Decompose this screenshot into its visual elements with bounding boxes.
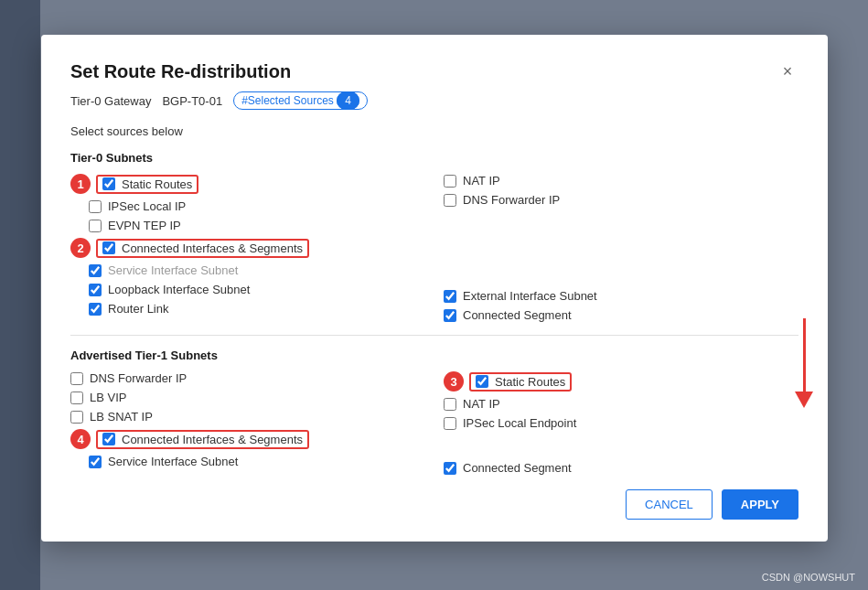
evpn-tep-ip-label[interactable]: EVPN TEP IP <box>108 219 181 232</box>
service-interface-subnet-t1-checkbox[interactable] <box>89 456 102 468</box>
nat-ip-t1-checkbox[interactable] <box>444 398 456 411</box>
ipsec-local-endpoint-row: IPSec Local Endpoint <box>444 416 798 430</box>
lb-vip-checkbox[interactable] <box>70 392 83 404</box>
evpn-tep-ip-checkbox[interactable] <box>89 220 102 232</box>
router-link-checkbox[interactable] <box>89 303 102 316</box>
nat-ip-t1-label[interactable]: NAT IP <box>463 397 500 411</box>
nat-ip-t1-row: NAT IP <box>444 397 798 411</box>
connected-segment-t0-label[interactable]: Connected Segment <box>463 308 572 322</box>
dns-forwarder-ip-t0-checkbox[interactable] <box>444 194 456 207</box>
connected-segment-t1-row: Connected Segment <box>444 461 798 475</box>
tier1-right-col: 3 Static Routes NAT IP IPSec Local Endpo… <box>444 371 798 475</box>
spacer3 <box>444 263 798 284</box>
tier0-grid: 1 Static Routes IPSec Local IP EVPN TEP … <box>70 174 798 322</box>
static-routes-t1-checkbox[interactable] <box>476 375 488 388</box>
static-routes-t1-row: 3 Static Routes <box>444 371 798 392</box>
external-interface-subnet-label[interactable]: External Interface Subnet <box>463 289 597 303</box>
connected-interfaces-t0-checkbox[interactable] <box>102 241 115 254</box>
dns-forwarder-ip-t1-row: DNS Forwarder IP <box>70 371 425 385</box>
connected-interfaces-t1-label[interactable]: Connected Interfaces & Segments <box>122 433 303 446</box>
arrow-line <box>803 318 806 392</box>
router-link-label[interactable]: Router Link <box>108 302 168 316</box>
tier0-subnets-section: Tier-0 Subnets 1 Static Routes IPSec Loc… <box>70 151 798 322</box>
ipsec-local-endpoint-checkbox[interactable] <box>444 417 456 430</box>
close-button[interactable]: × <box>777 60 798 82</box>
connected-segment-t1-label[interactable]: Connected Segment <box>463 461 572 475</box>
connected-segment-t1-checkbox[interactable] <box>444 462 456 475</box>
watermark: CSDN @NOWSHUT <box>762 572 855 583</box>
modal-title: Set Route Re-distribution <box>70 61 291 82</box>
connected-interfaces-t0-label[interactable]: Connected Interfaces & Segments <box>122 241 303 255</box>
ipsec-local-ip-label[interactable]: IPSec Local IP <box>108 199 186 213</box>
tier1-left-col: DNS Forwarder IP LB VIP LB SNAT IP 4 Con… <box>70 371 425 475</box>
connected-interfaces-t1-checkbox[interactable] <box>102 433 115 445</box>
connected-interfaces-t1-row: 4 Connected Interfaces & Segments <box>70 429 425 449</box>
connected-interfaces-t0-row: 2 Connected Interfaces & Segments <box>70 238 425 258</box>
modal-header: Set Route Re-distribution × <box>70 60 798 82</box>
annotation-2: 2 <box>70 238 91 258</box>
nat-ip-t0-label[interactable]: NAT IP <box>463 174 500 188</box>
service-interface-subnet-t0-row: Service Interface Subnet <box>70 263 425 277</box>
red-arrow-annotation <box>795 318 813 408</box>
connected-segment-t0-checkbox[interactable] <box>444 309 456 322</box>
static-routes-t0-row: 1 Static Routes <box>70 174 425 194</box>
annotation-3: 3 <box>444 371 464 392</box>
connected-interfaces-t1-box: Connected Interfaces & Segments <box>96 430 309 449</box>
dns-forwarder-ip-t1-checkbox[interactable] <box>70 372 83 385</box>
static-routes-t0-box: Static Routes <box>96 175 198 194</box>
lb-vip-label[interactable]: LB VIP <box>90 391 126 404</box>
modal-footer: CANCEL APPLY <box>70 489 798 520</box>
tier0-right-col: NAT IP DNS Forwarder IP External Interfa… <box>444 174 798 322</box>
annotation-4: 4 <box>70 429 91 449</box>
spacer1 <box>444 212 798 232</box>
dns-forwarder-ip-t1-label[interactable]: DNS Forwarder IP <box>90 371 187 385</box>
connected-segment-t0-row: Connected Segment <box>444 308 798 322</box>
service-interface-subnet-t1-label[interactable]: Service Interface Subnet <box>108 455 238 468</box>
annotation-1: 1 <box>70 174 91 194</box>
loopback-interface-subnet-label[interactable]: Loopback Interface Subnet <box>108 283 250 296</box>
section-divider <box>70 335 798 336</box>
modal-dialog: Set Route Re-distribution × Tier-0 Gatew… <box>41 35 828 542</box>
tier0-section-title: Tier-0 Subnets <box>70 151 798 165</box>
badge-count: 4 <box>337 91 359 110</box>
lb-snat-ip-label[interactable]: LB SNAT IP <box>90 410 153 424</box>
external-interface-subnet-row: External Interface Subnet <box>444 289 798 303</box>
tier0-left-col: 1 Static Routes IPSec Local IP EVPN TEP … <box>70 174 425 322</box>
ipsec-local-ip-row: IPSec Local IP <box>70 199 425 213</box>
apply-button[interactable]: APPLY <box>722 489 798 520</box>
nat-ip-t0-row: NAT IP <box>444 174 798 188</box>
external-interface-subnet-checkbox[interactable] <box>444 290 456 303</box>
connected-interfaces-t0-box: Connected Interfaces & Segments <box>96 239 309 258</box>
select-sources-label: Select sources below <box>70 124 798 138</box>
tier1-grid: DNS Forwarder IP LB VIP LB SNAT IP 4 Con… <box>70 371 798 475</box>
lb-snat-ip-checkbox[interactable] <box>70 411 83 424</box>
selected-sources-badge[interactable]: #Selected Sources 4 <box>233 91 368 110</box>
ipsec-local-endpoint-label[interactable]: IPSec Local Endpoint <box>463 416 576 430</box>
tier1-section-title: Advertised Tier-1 Subnets <box>70 349 798 362</box>
service-interface-subnet-t1-row: Service Interface Subnet <box>70 455 425 468</box>
service-interface-subnet-t0-label[interactable]: Service Interface Subnet <box>108 263 238 277</box>
lb-snat-ip-row: LB SNAT IP <box>70 410 425 424</box>
loopback-interface-subnet-row: Loopback Interface Subnet <box>70 283 425 296</box>
arrow-head <box>795 392 813 408</box>
gateway-label: Tier-0 Gateway <box>70 94 151 108</box>
cancel-button[interactable]: CANCEL <box>626 489 713 520</box>
ipsec-local-ip-checkbox[interactable] <box>89 200 102 213</box>
static-routes-t1-box: Static Routes <box>469 372 572 392</box>
spacer2 <box>444 238 798 258</box>
t1-spacer <box>444 435 798 456</box>
nat-ip-t0-checkbox[interactable] <box>444 175 456 188</box>
service-interface-subnet-t0-checkbox[interactable] <box>89 264 102 277</box>
router-link-row: Router Link <box>70 302 425 316</box>
static-routes-t0-label[interactable]: Static Routes <box>122 177 192 191</box>
dns-forwarder-ip-t0-label[interactable]: DNS Forwarder IP <box>463 193 560 207</box>
static-routes-t0-checkbox[interactable] <box>102 177 115 190</box>
tier1-subnets-section: Advertised Tier-1 Subnets DNS Forwarder … <box>70 349 798 475</box>
loopback-interface-subnet-checkbox[interactable] <box>89 284 102 296</box>
evpn-tep-ip-row: EVPN TEP IP <box>70 219 425 232</box>
modal-subtitle: Tier-0 Gateway BGP-T0-01 #Selected Sourc… <box>70 91 798 110</box>
bgp-label: BGP-T0-01 <box>162 94 222 108</box>
static-routes-t1-label[interactable]: Static Routes <box>495 375 565 389</box>
dns-forwarder-ip-t0-row: DNS Forwarder IP <box>444 193 798 207</box>
lb-vip-row: LB VIP <box>70 391 425 404</box>
